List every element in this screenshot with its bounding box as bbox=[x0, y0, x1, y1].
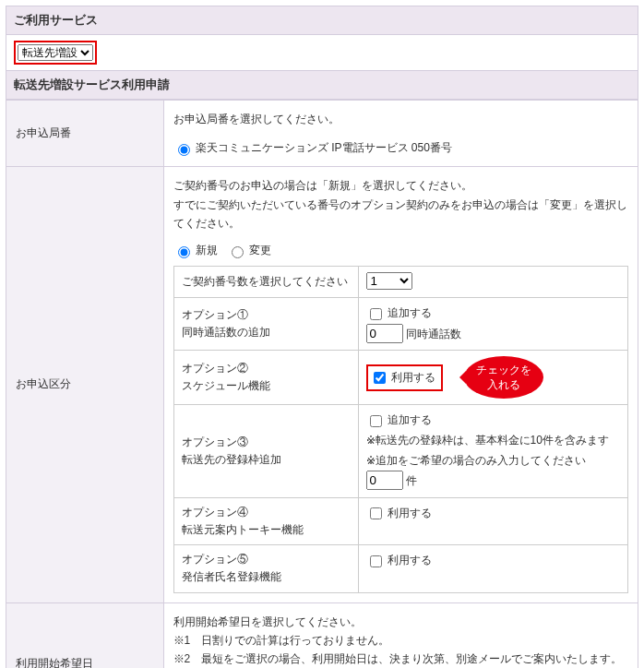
qty-select[interactable]: 1 bbox=[366, 272, 412, 290]
service-select[interactable]: 転送先増設 bbox=[18, 44, 93, 61]
category-radio-change[interactable]: 変更 bbox=[227, 244, 271, 256]
opt1-add-checkbox[interactable] bbox=[370, 308, 382, 320]
opt3-num-input[interactable] bbox=[366, 471, 403, 490]
row-label-category: お申込区分 bbox=[6, 167, 163, 602]
category-lead1: ご契約番号のお申込の場合は「新規」を選択してください。 bbox=[173, 176, 629, 195]
options-table: ご契約番号数を選択してください 1 オプション① bbox=[173, 266, 629, 593]
section-header-service: ご利用サービス bbox=[6, 6, 638, 35]
category-radio-change-input[interactable] bbox=[232, 246, 244, 258]
opt5-sub: 発信者氏名登録機能 bbox=[182, 568, 351, 586]
opt2-use-checkbox[interactable] bbox=[374, 372, 386, 384]
category-radio-new-input[interactable] bbox=[178, 246, 190, 258]
opt4-title: オプション④ bbox=[182, 504, 351, 521]
opt2-sub: スケジュール機能 bbox=[182, 377, 351, 395]
opt3-title: オプション③ bbox=[182, 434, 351, 451]
opt2-use-label: 利用する bbox=[391, 371, 435, 384]
row-body-startdate: 利用開始希望日を選択してください。 ※1 日割りでの計算は行っておりません。 ※… bbox=[163, 602, 638, 668]
service-select-row: 転送先増設 bbox=[6, 35, 638, 71]
opt5-title: オプション⑤ bbox=[182, 551, 351, 568]
service-select-highlight: 転送先増設 bbox=[14, 41, 97, 65]
opt2-use-check[interactable]: 利用する bbox=[370, 371, 435, 384]
opt2-header: オプション② スケジュール機能 bbox=[173, 351, 358, 405]
opt1-add-check[interactable]: 追加する bbox=[366, 306, 432, 319]
opt4-header: オプション④ 転送元案内トーキー機能 bbox=[173, 497, 358, 544]
opt3-sub: 転送先の登録枠追加 bbox=[182, 451, 351, 469]
category-radio-change-label: 変更 bbox=[249, 244, 271, 256]
opt3-note1: ※転送先の登録枠は、基本料金に10件を含みます bbox=[366, 434, 609, 447]
opt1-num-label: 同時通話数 bbox=[406, 328, 461, 340]
row-body-station: お申込局番を選択してください。 楽天コミュニケーションズ IP電話サービス 05… bbox=[163, 101, 638, 167]
opt5-use-checkbox[interactable] bbox=[370, 555, 382, 567]
row-body-category: ご契約番号のお申込の場合は「新規」を選択してください。 すでにご契約いただいてい… bbox=[163, 167, 638, 602]
opt3-note2: ※追加をご希望の場合のみ入力してください bbox=[366, 454, 586, 467]
opt3-add-label: 追加する bbox=[388, 413, 432, 426]
row-label-startdate: 利用開始希望日 bbox=[6, 602, 163, 668]
qty-label: ご契約番号数を選択してください bbox=[173, 266, 358, 298]
station-radio-050-input[interactable] bbox=[178, 144, 190, 156]
row-label-station: お申込局番 bbox=[6, 101, 163, 167]
station-radio-050-label: 楽天コミュニケーションズ IP電話サービス 050番号 bbox=[196, 141, 452, 154]
form-container: ご利用サービス 転送先増設 転送先増設サービス利用申請 お申込局番 お申込局番を… bbox=[6, 6, 638, 668]
startdate-note1: ※1 日割りでの計算は行っておりません。 bbox=[173, 631, 629, 650]
opt3-header: オプション③ 転送先の登録枠追加 bbox=[173, 405, 358, 497]
station-lead: お申込局番を選択してください。 bbox=[173, 110, 629, 128]
callout-bubble: チェックを 入れる bbox=[464, 356, 543, 399]
opt2-highlight: 利用する bbox=[366, 364, 443, 392]
bubble-line2: 入れる bbox=[487, 378, 520, 391]
section-header-form: 転送先増設サービス利用申請 bbox=[6, 71, 638, 100]
opt5-use-label: 利用する bbox=[388, 554, 432, 567]
opt4-use-checkbox[interactable] bbox=[370, 507, 382, 519]
category-lead2: すでにご契約いただいている番号のオプション契約のみをお申込の場合は「変更」を選択… bbox=[173, 196, 629, 233]
opt1-header: オプション① 同時通話数の追加 bbox=[173, 298, 358, 351]
opt4-use-label: 利用する bbox=[388, 507, 432, 519]
category-radio-new[interactable]: 新規 bbox=[173, 244, 221, 256]
opt4-sub: 転送元案内トーキー機能 bbox=[182, 521, 351, 539]
opt1-add-label: 追加する bbox=[388, 306, 432, 319]
opt5-use-check[interactable]: 利用する bbox=[366, 554, 432, 567]
opt1-num-input[interactable] bbox=[366, 324, 403, 343]
opt3-add-checkbox[interactable] bbox=[370, 415, 382, 427]
opt1-sub: 同時通話数の追加 bbox=[182, 324, 351, 341]
station-radio-050[interactable]: 楽天コミュニケーションズ IP電話サービス 050番号 bbox=[173, 141, 452, 154]
startdate-lead: 利用開始希望日を選択してください。 bbox=[173, 613, 629, 631]
category-radio-new-label: 新規 bbox=[196, 244, 218, 256]
startdate-note2: ※2 最短をご選択の場合、利用開始日は、決まり次第、別途メールでご案内いたします… bbox=[173, 650, 629, 668]
opt2-title: オプション② bbox=[182, 360, 351, 377]
opt1-title: オプション① bbox=[182, 306, 351, 324]
application-form: お申込局番 お申込局番を選択してください。 楽天コミュニケーションズ IP電話サ… bbox=[6, 100, 638, 668]
opt3-unit: 件 bbox=[406, 474, 417, 487]
callout-bubble-wrap: チェックを 入れる bbox=[464, 356, 543, 399]
opt5-header: オプション⑤ 発信者氏名登録機能 bbox=[173, 545, 358, 592]
opt4-use-check[interactable]: 利用する bbox=[366, 507, 432, 519]
opt3-add-check[interactable]: 追加する bbox=[366, 413, 432, 426]
bubble-line1: チェックを bbox=[476, 364, 531, 376]
